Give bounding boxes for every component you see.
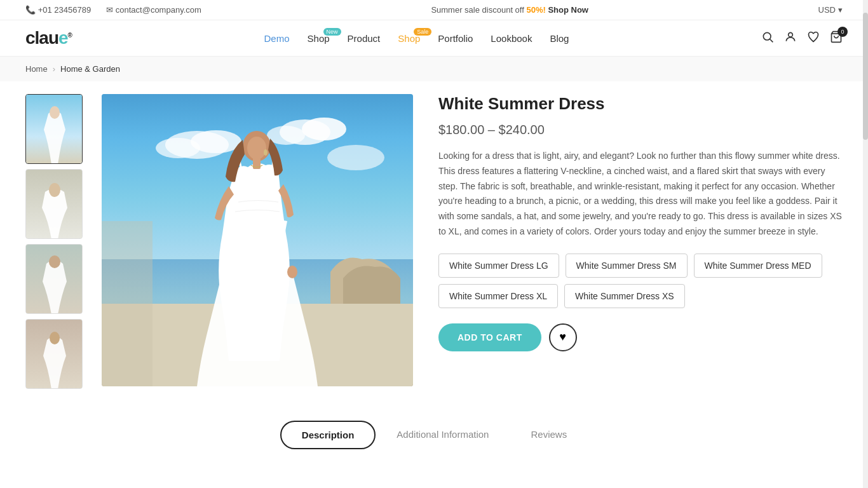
svg-point-26 — [247, 137, 266, 159]
nav-item-product[interactable]: Product — [348, 33, 381, 44]
email-info: ✉ contact@company.com — [106, 5, 201, 15]
cart-icon[interactable]: 0 — [830, 30, 843, 46]
tab-reviews[interactable]: Reviews — [510, 421, 588, 449]
phone-icon: 📞 — [25, 5, 36, 15]
shop-now-link[interactable]: Shop Now — [548, 5, 588, 15]
currency-selector[interactable]: USD ▾ — [818, 5, 843, 15]
top-bar-promo: Summer sale discount off 50%! Shop Now — [431, 5, 588, 15]
sale-badge: Sale — [414, 28, 431, 36]
scrollbar-thumb[interactable] — [863, 13, 868, 140]
product-tabs: Description Additional Information Revie… — [0, 402, 868, 449]
thumbnail-4[interactable] — [25, 319, 83, 389]
top-bar-left: 📞 +01 23456789 ✉ contact@company.com — [25, 5, 201, 15]
product-title: White Summer Dress — [438, 94, 843, 114]
breadcrumb-separator: › — [53, 64, 55, 74]
phone-info: 📞 +01 23456789 — [25, 5, 91, 15]
wishlist-icon[interactable] — [807, 30, 820, 46]
search-icon[interactable] — [761, 30, 774, 46]
svg-line-1 — [770, 39, 773, 42]
nav-item-shop-sale[interactable]: Shop Sale — [398, 33, 420, 44]
logo[interactable]: claue® — [25, 28, 72, 48]
svg-point-14 — [302, 118, 346, 140]
svg-point-0 — [763, 32, 771, 40]
email-address: contact@company.com — [116, 5, 201, 15]
main-nav: Demo Shop New Product Shop Sale Portfoli… — [264, 33, 569, 44]
size-med[interactable]: White Summer Dress MED — [694, 254, 822, 278]
nav-item-demo[interactable]: Demo — [264, 33, 290, 44]
thumbnail-3[interactable] — [25, 244, 83, 314]
size-options: White Summer Dress LG White Summer Dress… — [438, 254, 843, 308]
product-thumbnails — [25, 94, 83, 389]
breadcrumb-home[interactable]: Home — [25, 64, 48, 74]
nav-item-blog[interactable]: Blog — [550, 33, 569, 44]
product-description: Looking for a dress that is light, airy,… — [438, 149, 843, 240]
nav-item-shop[interactable]: Shop New — [308, 33, 330, 44]
size-sm[interactable]: White Summer Dress SM — [566, 254, 688, 278]
svg-point-19 — [327, 145, 384, 170]
svg-rect-22 — [102, 221, 153, 386]
thumbnail-1[interactable] — [25, 94, 83, 164]
wishlist-button[interactable]: ♥ — [549, 323, 577, 351]
svg-point-2 — [789, 32, 793, 37]
svg-point-5 — [50, 106, 60, 119]
thumbnail-2[interactable] — [25, 169, 83, 239]
product-section: White Summer Dress $180.00 – $240.00 Loo… — [0, 81, 868, 402]
scrollbar[interactable] — [863, 0, 868, 449]
add-to-cart-row: ADD TO CART ♥ — [438, 323, 843, 351]
cart-count: 0 — [837, 27, 848, 37]
svg-point-28 — [287, 266, 297, 278]
svg-point-7 — [49, 183, 60, 197]
chevron-down-icon: ▾ — [838, 5, 843, 15]
svg-point-11 — [50, 332, 60, 344]
size-xl[interactable]: White Summer Dress XL — [438, 284, 558, 308]
mail-icon: ✉ — [106, 5, 113, 15]
tab-description[interactable]: Description — [280, 421, 376, 449]
user-icon[interactable] — [784, 30, 797, 46]
nav-item-lookbook[interactable]: Lookbook — [491, 33, 532, 44]
main-product-image[interactable] — [102, 94, 413, 386]
header-icons: 0 — [761, 30, 843, 46]
product-price: $180.00 – $240.00 — [438, 123, 843, 137]
size-xs[interactable]: White Summer Dress XS — [564, 284, 685, 308]
top-bar: 📞 +01 23456789 ✉ contact@company.com Sum… — [0, 0, 868, 20]
promo-text: Summer sale discount off — [431, 5, 526, 15]
svg-point-9 — [49, 255, 60, 268]
phone-number: +01 23456789 — [38, 5, 92, 15]
size-lg[interactable]: White Summer Dress LG — [438, 254, 559, 278]
svg-point-18 — [156, 138, 200, 158]
tab-additional-info[interactable]: Additional Information — [376, 421, 510, 449]
product-details: White Summer Dress $180.00 – $240.00 Loo… — [432, 94, 843, 389]
heart-filled-icon: ♥ — [559, 330, 566, 344]
svg-point-29 — [264, 149, 268, 156]
add-to-cart-button[interactable]: ADD TO CART — [438, 323, 541, 351]
breadcrumb: Home › Home & Garden — [0, 57, 868, 81]
breadcrumb-current: Home & Garden — [60, 64, 120, 74]
header: claue® Demo Shop New Product Shop Sale P… — [0, 20, 868, 57]
sale-percent: 50%! — [526, 5, 545, 15]
currency-label: USD — [818, 5, 836, 15]
nav-item-portfolio[interactable]: Portfolio — [438, 33, 473, 44]
new-badge: New — [323, 28, 341, 36]
